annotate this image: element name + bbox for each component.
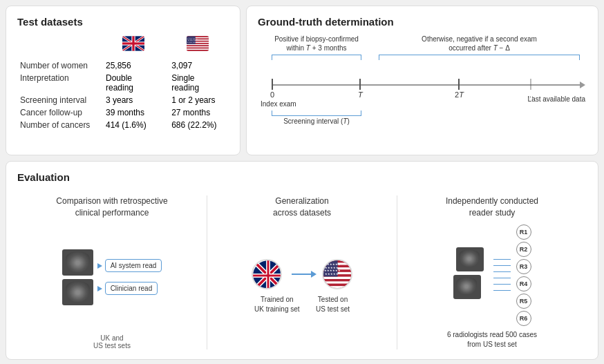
datasets-table: ★ ★ ★ ★ ★ ★ ★ ★ ★ ★ ★ ★ ★ ★ ★ ★ ★ Number… (17, 35, 229, 131)
table-row: Screening interval 3 years 1 or 2 years (17, 94, 229, 106)
test-datasets-title: Test datasets (17, 16, 229, 28)
reader-R5: R5 (516, 294, 531, 309)
svg-rect-21 (187, 48, 209, 50)
row-us: Single reading (166, 72, 229, 94)
reader-section: Independently conductedreader study (397, 195, 587, 349)
row-uk: 414 (1.6%) (100, 119, 166, 131)
test-datasets-card: Test datasets (6, 6, 240, 155)
reader-R6: R6 (516, 311, 531, 326)
timeline-container: Positive if biopsy-confirmedwithin T + 3… (258, 35, 587, 145)
trained-label: Trained onUK training set (254, 295, 300, 314)
uk-flag-circle (252, 259, 282, 289)
screening-interval-label: Screening interval (T) (272, 117, 361, 125)
tick-T: T (358, 90, 363, 99)
row-uk: 39 months (100, 106, 166, 119)
ground-truth-title: Ground-truth determination (258, 16, 587, 28)
evaluation-row: Evaluation Comparison with retrospective… (6, 161, 598, 360)
tick-0: 0 (270, 90, 274, 99)
svg-rect-48 (323, 284, 352, 286)
row-us: 686 (22.2%) (166, 119, 229, 131)
svg-rect-46 (323, 279, 352, 281)
comparison-content: AI system read Clinician read (62, 224, 162, 330)
row-us: 1 or 2 years (166, 94, 229, 106)
svg-rect-8 (122, 42, 144, 44)
evaluation-card: Evaluation Comparison with retrospective… (6, 161, 598, 360)
table-row: Number of cancers 414 (1.6%) 686 (22.2%) (17, 119, 229, 131)
uk-flag-header (100, 35, 166, 59)
negative-label: Otherwise, negative if a second examoccu… (379, 35, 580, 52)
index-exam-label: Index exam (261, 100, 296, 108)
svg-rect-47 (323, 281, 352, 283)
last-data-label: Last available data (528, 95, 585, 103)
reader-content: R1 R2 R3 R4 R5 R6 (453, 224, 531, 326)
comparison-visual: AI system read Clinician read (62, 249, 162, 305)
row-label: Cancer follow-up (17, 106, 100, 119)
reader-R1: R1 (516, 224, 531, 240)
table-row: Number of women 25,856 3,097 (17, 59, 229, 72)
generalization-section: Generalizationacross datasets (207, 195, 397, 349)
generalization-content: ★★★★★★ ★★★★★ ★★★★★★ ★★★★★ Trained onUK t… (252, 224, 352, 349)
svg-rect-22 (187, 50, 209, 51)
svg-text:★★★★★★: ★★★★★★ (324, 263, 341, 266)
eval-sections: Comparison with retrospectiveclinical pe… (17, 195, 587, 349)
svg-rect-50 (323, 289, 352, 290)
us-flag-circle: ★★★★★★ ★★★★★ ★★★★★★ ★★★★★ (322, 259, 352, 289)
row-label: Screening interval (17, 94, 100, 106)
reader-footer: 6 radiologists read 500 casesfrom US tes… (447, 330, 537, 349)
row-us: 27 months (166, 106, 229, 119)
svg-rect-20 (187, 48, 209, 49)
reader-R4: R4 (516, 276, 531, 291)
table-row: Cancer follow-up 39 months 27 months (17, 106, 229, 119)
row-label: Interpretation (17, 72, 100, 94)
comparison-title: Comparison with retrospectiveclinical pe… (56, 195, 167, 219)
row-uk: 25,856 (100, 59, 166, 72)
clinician-read-box: Clinician read (105, 282, 158, 295)
tick-2T: 2T (455, 90, 464, 99)
mammo-stack (62, 249, 93, 305)
row-label: Number of cancers (17, 119, 100, 131)
ai-read-box: AI system read (105, 259, 162, 272)
svg-rect-17 (187, 44, 209, 46)
uk-us-label: UK andUS test sets (93, 334, 131, 349)
comparison-section: Comparison with retrospectiveclinical pe… (17, 195, 207, 349)
svg-text:★★★★★★: ★★★★★★ (324, 269, 341, 272)
reader-R2: R2 (516, 242, 531, 257)
svg-rect-38 (323, 260, 352, 262)
evaluation-title: Evaluation (17, 171, 587, 183)
svg-rect-45 (323, 277, 352, 279)
row-uk: 3 years (100, 94, 166, 106)
reader-title: Independently conductedreader study (446, 195, 538, 219)
svg-rect-18 (187, 45, 209, 46)
us-flag-header: ★ ★ ★ ★ ★ ★ ★ ★ ★ ★ ★ ★ ★ ★ ★ ★ ★ (166, 35, 229, 59)
row-us: 3,097 (166, 59, 229, 72)
ground-truth-card: Ground-truth determination Positive if b… (246, 6, 598, 155)
svg-text:★★★★★: ★★★★★ (325, 273, 339, 276)
generalization-title: Generalizationacross datasets (273, 195, 331, 219)
reader-R3: R3 (516, 259, 531, 274)
row-label: Number of women (17, 59, 100, 72)
row-uk: Double reading (100, 72, 166, 94)
svg-text:★★★★★: ★★★★★ (325, 267, 339, 269)
table-row: Interpretation Double reading Single rea… (17, 72, 229, 94)
svg-rect-35 (253, 275, 282, 277)
svg-rect-49 (323, 286, 352, 288)
tested-label: Tested onUS test set (316, 295, 350, 314)
positive-label: Positive if biopsy-confirmedwithin T + 3… (272, 35, 361, 52)
svg-rect-19 (187, 46, 209, 48)
